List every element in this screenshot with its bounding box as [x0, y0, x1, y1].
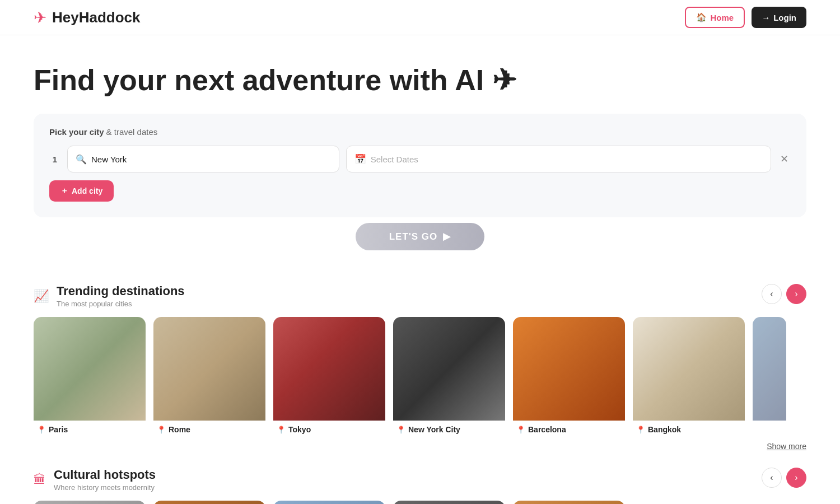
- cultural-card-4[interactable]: [393, 501, 505, 504]
- lets-go-button[interactable]: LET'S GO ▶: [356, 223, 485, 250]
- cultural-subtitle: Where history meets modernity: [54, 483, 156, 492]
- hero-title: Find your next adventure with AI ✈: [34, 63, 806, 97]
- search-icon: 🔍: [76, 154, 87, 165]
- add-city-button[interactable]: ＋ Add city: [49, 180, 114, 202]
- city-card-tokyo-label: 📍 Tokyo: [273, 421, 385, 436]
- trending-icon: 📈: [34, 289, 49, 304]
- rome-name: Rome: [169, 425, 190, 434]
- cultural-title: Cultural hotspots: [54, 468, 156, 482]
- clear-button[interactable]: ✕: [778, 151, 791, 167]
- cultural-card-2-img: [153, 501, 265, 504]
- city-card-nyc[interactable]: 📍 New York City: [393, 317, 505, 436]
- city-card-paris[interactable]: 📍 Paris: [34, 317, 146, 436]
- calendar-icon: 📅: [354, 153, 366, 165]
- cultural-title-wrap: 🏛 Cultural hotspots Where history meets …: [34, 468, 156, 492]
- pin-icon: 📍: [636, 426, 645, 434]
- cultural-card-2[interactable]: [153, 501, 265, 504]
- search-label-bold: Pick your city: [49, 127, 104, 137]
- trending-title-wrap: 📈 Trending destinations The most popular…: [34, 284, 185, 308]
- city-card-extra[interactable]: [753, 317, 786, 436]
- pin-icon: 📍: [157, 426, 166, 434]
- cultural-card-5-img: [513, 501, 625, 504]
- lets-go-section: LET'S GO ▶: [34, 223, 806, 250]
- trending-prev-button[interactable]: ‹: [762, 284, 782, 304]
- cultural-section: 🏛 Cultural hotspots Where history meets …: [0, 451, 840, 504]
- barcelona-name: Barcelona: [528, 425, 566, 434]
- city-card-bangkok-img: [633, 317, 745, 421]
- lets-go-label: LET'S GO: [389, 231, 438, 242]
- login-button[interactable]: → Login: [752, 7, 806, 28]
- cultural-nav: ‹ ›: [762, 468, 806, 488]
- paris-name: Paris: [49, 425, 68, 434]
- bangkok-name: Bangkok: [648, 425, 681, 434]
- city-card-bangkok-label: 📍 Bangkok: [633, 421, 745, 436]
- home-label: Home: [710, 13, 734, 22]
- trending-header: 📈 Trending destinations The most popular…: [34, 284, 806, 308]
- navbar: ✈ HeyHaddock 🏠 Home → Login: [0, 0, 840, 35]
- login-label: Login: [773, 13, 796, 22]
- cultural-next-button[interactable]: ›: [786, 468, 806, 488]
- cultural-icon: 🏛: [34, 473, 46, 487]
- cultural-prev-button[interactable]: ‹: [762, 468, 782, 488]
- search-label-light: & travel dates: [106, 127, 158, 137]
- cultural-card-5[interactable]: [513, 501, 625, 504]
- cultural-title-group: Cultural hotspots Where history meets mo…: [54, 468, 156, 492]
- city-card-tokyo-img: [273, 317, 385, 421]
- nav-actions: 🏠 Home → Login: [685, 7, 806, 28]
- city-card-bangkok[interactable]: 📍 Bangkok: [633, 317, 745, 436]
- city-card-nyc-img: [393, 317, 505, 421]
- trending-title-group: Trending destinations The most popular c…: [57, 284, 185, 308]
- cultural-card-3-img: [273, 501, 385, 504]
- city-card-paris-label: 📍 Paris: [34, 421, 146, 436]
- cultural-card-1-img: [34, 501, 146, 504]
- city-input-wrap: 🔍: [67, 146, 339, 172]
- home-icon: 🏠: [696, 12, 707, 22]
- city-card-rome-img: [153, 317, 265, 421]
- add-city-label: Add city: [72, 186, 102, 195]
- pin-icon: 📍: [516, 426, 525, 434]
- plus-icon: ＋: [60, 186, 68, 196]
- city-card-barcelona-label: 📍 Barcelona: [513, 421, 625, 436]
- cultural-card-3[interactable]: [273, 501, 385, 504]
- pin-icon: 📍: [37, 426, 46, 434]
- city-card-extra-img: [753, 317, 786, 421]
- pin-icon: 📍: [396, 426, 405, 434]
- city-number: 1: [49, 155, 60, 164]
- date-input-wrap[interactable]: 📅 Select Dates: [346, 146, 771, 172]
- city-card-rome-label: 📍 Rome: [153, 421, 265, 436]
- home-button[interactable]: 🏠 Home: [685, 7, 745, 28]
- search-box: Pick your city & travel dates 1 🔍 📅 Sele…: [34, 114, 806, 217]
- city-card-rome[interactable]: 📍 Rome: [153, 317, 265, 436]
- search-row: 1 🔍 📅 Select Dates ✕: [49, 146, 791, 172]
- city-card-nyc-label: 📍 New York City: [393, 421, 505, 436]
- arrow-icon: ▶: [443, 231, 451, 242]
- trending-nav: ‹ ›: [762, 284, 806, 304]
- hero-section: Find your next adventure with AI ✈ Pick …: [0, 35, 840, 267]
- tokyo-name: Tokyo: [288, 425, 311, 434]
- search-label: Pick your city & travel dates: [49, 127, 791, 137]
- trending-next-button[interactable]: ›: [786, 284, 806, 304]
- cultural-cards-row: [34, 501, 806, 504]
- cultural-card-1[interactable]: [34, 501, 146, 504]
- show-more-link[interactable]: Show more: [767, 442, 806, 451]
- logo-icon: ✈: [34, 8, 46, 27]
- show-more-wrap: Show more: [0, 436, 840, 451]
- city-card-barcelona[interactable]: 📍 Barcelona: [513, 317, 625, 436]
- pin-icon: 📍: [277, 426, 286, 434]
- cultural-header: 🏛 Cultural hotspots Where history meets …: [34, 468, 806, 492]
- trending-title: Trending destinations: [57, 284, 185, 298]
- nyc-name: New York City: [408, 425, 460, 434]
- city-card-barcelona-img: [513, 317, 625, 421]
- logo-text: HeyHaddock: [52, 9, 141, 26]
- login-icon: →: [762, 13, 770, 22]
- cultural-card-4-img: [393, 501, 505, 504]
- date-placeholder-text: Select Dates: [371, 155, 418, 164]
- trending-cards-row: 📍 Paris 📍 Rome 📍 Tokyo 📍 New Yor: [34, 317, 806, 436]
- city-card-paris-img: [34, 317, 146, 421]
- trending-subtitle: The most popular cities: [57, 300, 185, 308]
- logo: ✈ HeyHaddock: [34, 8, 141, 27]
- city-input[interactable]: [91, 155, 331, 164]
- trending-section: 📈 Trending destinations The most popular…: [0, 267, 840, 436]
- city-card-tokyo[interactable]: 📍 Tokyo: [273, 317, 385, 436]
